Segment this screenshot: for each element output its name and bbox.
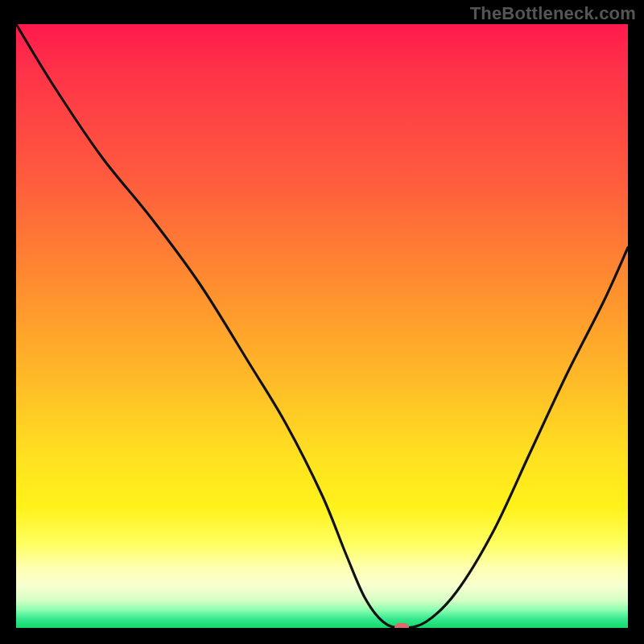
chart-frame: TheBottleneck.com xyxy=(0,0,644,644)
optimum-marker xyxy=(394,623,409,628)
plot-area xyxy=(16,24,628,628)
watermark-text: TheBottleneck.com xyxy=(470,3,636,24)
bottleneck-curve xyxy=(16,24,628,628)
